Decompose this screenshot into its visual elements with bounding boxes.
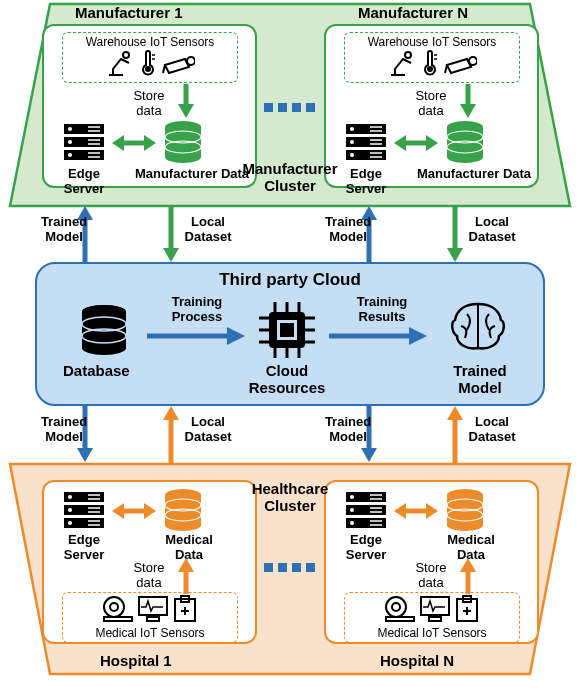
svg-marker-67: [426, 135, 438, 151]
db-icon-green: [444, 120, 486, 166]
svg-point-122: [350, 508, 354, 512]
local-dataset-arrow-label: Local Dataset: [462, 214, 522, 244]
cpu-icon: [259, 302, 315, 358]
edge-server-label: Edge Server: [54, 532, 114, 562]
store-data-arrow-1: [176, 84, 196, 120]
medical-iot-1: Medical IoT Sensors: [62, 592, 238, 643]
robot-arm-icon: [105, 49, 135, 77]
edge-db-arrow-hn: [394, 500, 438, 522]
svg-marker-52: [460, 104, 476, 118]
third-party-cloud: Third party Cloud Database Training Proc…: [35, 262, 545, 406]
iot-label: Medical IoT Sensors: [353, 626, 511, 640]
store-data-label: Store data: [406, 88, 456, 118]
store-data-label: Store data: [124, 560, 174, 590]
svg-rect-115: [147, 617, 159, 621]
svg-marker-88: [361, 448, 377, 462]
svg-rect-145: [264, 563, 273, 572]
camera-icon: [443, 49, 477, 77]
training-results-arrow: [329, 324, 429, 348]
edge-server-icon: [342, 490, 390, 532]
mri-icon: [384, 595, 416, 623]
training-results-label: Training Results: [337, 294, 427, 324]
svg-rect-114: [139, 597, 167, 615]
svg-marker-90: [447, 406, 463, 420]
camera-icon: [161, 49, 195, 77]
store-data-label: Store data: [124, 88, 174, 118]
iot-label: Warehouse IoT Sensors: [71, 35, 229, 49]
manufacturer-1: Warehouse IoT Sensors Store data Edge Se…: [42, 24, 257, 188]
svg-rect-10: [280, 323, 294, 337]
svg-marker-44: [144, 135, 156, 151]
manufacturer-data-label: Manufacturer Data: [132, 166, 252, 181]
svg-rect-147: [292, 563, 301, 572]
svg-rect-148: [306, 563, 315, 572]
svg-rect-113: [104, 617, 132, 621]
edge-server-icon: [60, 122, 108, 164]
svg-rect-74: [306, 103, 315, 112]
ecg-monitor-icon: [137, 595, 169, 623]
store-data-arrow-n: [458, 84, 478, 120]
thermometer-icon: [420, 49, 440, 77]
svg-point-57: [350, 140, 354, 144]
manufacturer-n-title: Manufacturer N: [358, 4, 468, 21]
local-dataset-arrow-label: Local Dataset: [178, 414, 238, 444]
svg-marker-105: [144, 503, 156, 519]
svg-point-112: [110, 603, 118, 611]
store-data-arrow-h1: [176, 558, 196, 594]
edge-server-label: Edge Server: [336, 532, 396, 562]
mri-icon: [102, 595, 134, 623]
svg-point-35: [68, 153, 72, 157]
svg-rect-72: [278, 103, 287, 112]
svg-marker-82: [447, 248, 463, 262]
medical-iot-n: Medical IoT Sensors: [344, 592, 520, 643]
edge-db-arrow-1: [112, 132, 156, 154]
db-icon-orange: [444, 488, 486, 534]
warehouse-iot-n: Warehouse IoT Sensors: [344, 32, 520, 83]
svg-marker-137: [460, 558, 476, 572]
db-icon-green: [162, 120, 204, 166]
store-data-label: Store data: [406, 560, 456, 590]
robot-arm-icon: [387, 49, 417, 77]
svg-marker-104: [112, 503, 124, 519]
healthcare-cluster-title: Healthcare Cluster: [238, 480, 342, 514]
svg-point-33: [68, 127, 72, 131]
training-process-label: Training Process: [152, 294, 242, 324]
medical-record-icon: [454, 595, 480, 623]
warehouse-iot-1: Warehouse IoT Sensors: [62, 32, 238, 83]
svg-point-121: [350, 495, 354, 499]
svg-rect-141: [421, 597, 449, 615]
svg-marker-132: [426, 503, 438, 519]
svg-marker-7: [227, 327, 245, 345]
brain-icon: [447, 300, 509, 356]
iot-label: Warehouse IoT Sensors: [353, 35, 511, 49]
trained-model-arrow-label: Trained Model: [318, 414, 378, 444]
trained-model-arrow-label: Trained Model: [34, 414, 94, 444]
manufacturer-cluster-title: Manufacturer Cluster: [235, 160, 345, 194]
manufacturer-n: Warehouse IoT Sensors Store data Edge Se…: [324, 24, 539, 188]
svg-rect-146: [278, 563, 287, 572]
svg-rect-73: [292, 103, 301, 112]
svg-marker-43: [112, 135, 124, 151]
svg-point-111: [104, 597, 124, 617]
svg-marker-110: [178, 558, 194, 572]
edge-db-arrow-n: [394, 132, 438, 154]
svg-marker-84: [77, 448, 93, 462]
svg-rect-140: [386, 617, 414, 621]
svg-point-58: [350, 153, 354, 157]
diagram-canvas: Third party Cloud Database Training Proc…: [0, 0, 580, 688]
store-data-arrow-hn: [458, 558, 478, 594]
svg-point-138: [386, 597, 406, 617]
svg-marker-131: [394, 503, 406, 519]
svg-point-139: [392, 603, 400, 611]
database-icon: [79, 304, 129, 358]
trained-model-arrow-label: Trained Model: [34, 214, 94, 244]
ellipsis-bottom: [264, 560, 316, 574]
svg-point-95: [68, 508, 72, 512]
edge-server-icon: [60, 490, 108, 532]
hospital-n-title: Hospital N: [380, 652, 454, 669]
svg-point-94: [68, 495, 72, 499]
ecg-monitor-icon: [419, 595, 451, 623]
trained-model-arrow-label: Trained Model: [318, 214, 378, 244]
svg-point-123: [350, 521, 354, 525]
svg-point-96: [68, 521, 72, 525]
